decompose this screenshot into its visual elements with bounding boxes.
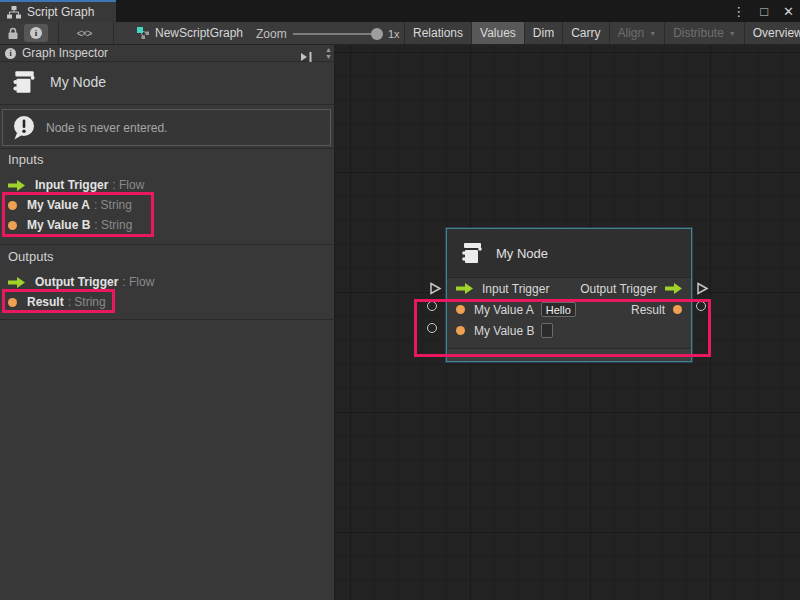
graph-toolbar: i <×> NewScriptGraph Zoom 1x Relations V… [0, 22, 800, 45]
script-graph-asset-icon [136, 26, 150, 40]
chevron-down-icon: ▼ [649, 30, 656, 37]
menu-icon[interactable]: ⋮ [732, 5, 745, 18]
panel-scroll-arrows[interactable]: ▲ ▼ [325, 46, 332, 60]
align-dropdown[interactable]: Align ▼ [610, 22, 666, 44]
tab-bar: Script Graph ⋮ □ ✕ [0, 0, 800, 22]
outputs-heading: Outputs [8, 249, 54, 264]
node-title: My Node [50, 74, 106, 90]
warning-text: Node is never entered. [46, 121, 167, 135]
distribute-dropdown[interactable]: Distribute ▼ [665, 22, 745, 44]
graph-inspector-panel: i Graph Inspector ▲ ▼ My Node [0, 45, 335, 600]
warning-box: Node is never entered. [2, 109, 331, 146]
inspector-toggle-button[interactable]: i [24, 24, 48, 42]
node-header[interactable]: My Node [447, 229, 691, 278]
flow-port-icon [8, 180, 25, 191]
info-icon: i [30, 27, 42, 39]
values-button[interactable]: Values [472, 22, 525, 44]
inputs-heading: Inputs [8, 152, 43, 167]
code-icon: <×> [77, 28, 92, 39]
toolbar-buttons: Relations Values Dim Carry Align ▼ Distr… [404, 22, 800, 44]
overview-button[interactable]: Overview [745, 22, 800, 44]
node-icon [10, 68, 38, 96]
script-graph-window: Script Graph ⋮ □ ✕ i <×> [0, 0, 800, 600]
node-row-trigger: Input Trigger Output Trigger [447, 278, 691, 299]
scroll-up-icon: ▲ [325, 46, 332, 53]
node-title: My Node [496, 246, 548, 261]
warning-bubble-icon [11, 114, 37, 141]
node-icon [459, 240, 485, 266]
result-highlight-box [2, 289, 115, 313]
collapse-panel-icon[interactable] [300, 48, 313, 66]
maximize-icon[interactable]: □ [760, 5, 768, 18]
flow-port-icon [8, 277, 25, 288]
tab-script-graph[interactable]: Script Graph [0, 0, 116, 22]
graph-asset-button[interactable]: NewScriptGraph [136, 24, 243, 42]
values-highlight-box [414, 299, 711, 357]
zoom-slider[interactable] [293, 33, 377, 35]
tab-label: Script Graph [27, 5, 94, 19]
inspector-header: i Graph Inspector ▲ ▼ [0, 45, 335, 62]
input-trigger-label: Input Trigger [482, 282, 549, 296]
inspector-title: Graph Inspector [22, 46, 108, 60]
lock-icon [7, 27, 19, 40]
lock-button[interactable] [4, 24, 22, 42]
relations-button[interactable]: Relations [405, 22, 472, 44]
carry-button[interactable]: Carry [563, 22, 609, 44]
flow-input-port[interactable] [429, 282, 442, 295]
inspected-node-title: My Node [10, 68, 106, 96]
dim-button[interactable]: Dim [525, 22, 563, 44]
output-trigger-label: Output Trigger [580, 282, 657, 296]
graph-hierarchy-icon [7, 6, 21, 19]
flow-output-port[interactable] [696, 282, 709, 295]
inputs-highlight-box [2, 192, 154, 237]
chevron-down-icon: ▼ [729, 30, 736, 37]
zoom-label: Zoom [256, 27, 287, 41]
close-icon[interactable]: ✕ [783, 5, 794, 18]
window-controls: ⋮ □ ✕ [732, 0, 794, 22]
flow-port-icon[interactable] [665, 283, 682, 294]
scroll-down-icon: ▼ [325, 53, 332, 60]
zoom-value: 1x [388, 28, 400, 40]
graph-asset-name: NewScriptGraph [155, 26, 243, 40]
flow-port-icon[interactable] [456, 283, 473, 294]
zoom-slider-handle[interactable] [371, 28, 383, 40]
graph-canvas[interactable]: My Node Input Trigger Output Trigger My … [335, 45, 800, 600]
info-icon: i [5, 48, 16, 59]
code-preview-button[interactable]: <×> [72, 24, 96, 42]
